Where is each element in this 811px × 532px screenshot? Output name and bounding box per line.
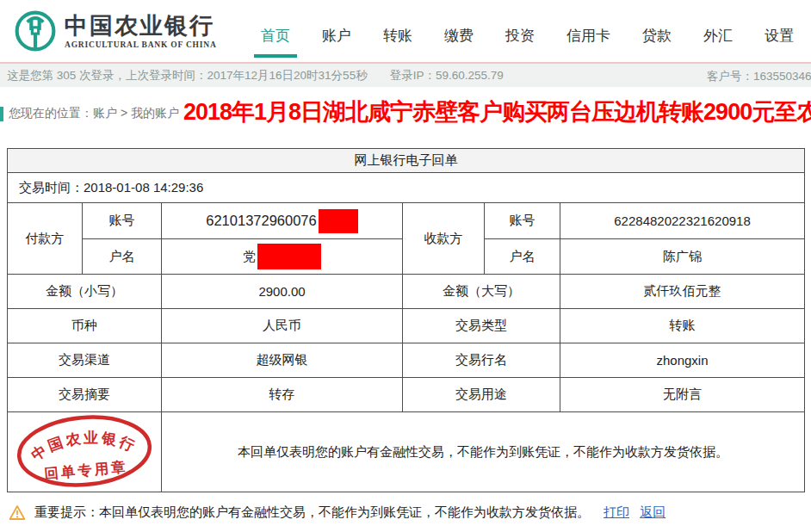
main-nav: 首页 账户 转账 缴费 投资 信用卡 贷款 外汇 设置: [261, 0, 794, 62]
red-annotation-text: 2018年1月8日湖北咸宁赤壁客户购买两台压边机转账2900元至农行账户: [183, 96, 811, 127]
payee-group-label: 收款方: [403, 203, 485, 275]
bank-name-value: zhongxin: [560, 343, 805, 378]
nav-item-payments[interactable]: 缴费: [444, 17, 474, 46]
transaction-time-cell: 交易时间：2018-01-08 14:29:36: [8, 173, 805, 203]
bank-seal-cell: 中国农业银行 回单专用章: [8, 412, 162, 492]
print-link[interactable]: 打印: [604, 504, 629, 519]
purpose-label: 交易用途: [403, 378, 560, 412]
payer-account-cell: 62101372960076: [162, 203, 403, 239]
transaction-time-label: 交易时间：: [19, 180, 84, 195]
channel-label: 交易渠道: [8, 343, 162, 378]
transaction-type-label: 交易类型: [403, 309, 560, 343]
transaction-time-value: 2018-01-08 14:29:36: [84, 180, 203, 195]
back-link[interactable]: 返回: [640, 504, 666, 519]
nav-item-settings[interactable]: 设置: [765, 17, 794, 46]
payer-name-value: 党: [243, 249, 256, 265]
e-receipt-table: 网上银行电子回单 交易时间：2018-01-08 14:29:36 付款方 账号…: [7, 148, 805, 492]
bank-name-label: 交易行名: [403, 343, 560, 378]
channel-value: 超级网银: [162, 343, 403, 378]
nav-item-forex[interactable]: 外汇: [703, 17, 733, 46]
bank-brand: 中国农业银行 AGRICULTURAL BANK OF CHINA: [14, 9, 217, 53]
payer-account-label: 账号: [83, 203, 162, 239]
bank-name-cn: 中国农业银行: [65, 13, 217, 39]
purpose-value: 无附言: [560, 378, 805, 412]
summary-value: 转存: [162, 378, 403, 412]
redaction-block: [257, 244, 321, 269]
payee-account-label: 账号: [485, 203, 560, 239]
payee-name-label: 户名: [485, 239, 560, 275]
nav-item-investment[interactable]: 投资: [505, 17, 535, 46]
footer-links: 打印 返回: [597, 504, 666, 521]
payee-name-value: 陈广锦: [560, 239, 805, 275]
receipt-title: 网上银行电子回单: [8, 149, 805, 173]
login-status-bar: 这是您第 305 次登录，上次登录时间：2017年12月16日20时31分55秒…: [0, 62, 811, 87]
payer-group-label: 付款方: [8, 203, 83, 275]
currency-value: 人民币: [162, 309, 403, 343]
bank-name-en: AGRICULTURAL BANK OF CHINA: [65, 40, 217, 49]
payer-name-label: 户名: [83, 239, 162, 275]
breadcrumb-marker: [0, 107, 3, 121]
warning-icon: [9, 504, 26, 521]
amount-figures-label: 金额（小写）: [8, 275, 162, 309]
payer-account-number: 62101372960076: [206, 213, 316, 229]
login-count-info: 这是您第 305 次登录，上次登录时间：2017年12月16日20时31分55秒: [7, 68, 368, 84]
breadcrumb-row: 您现在的位置：账户 > 我的账户 2018年1月8日湖北咸宁赤壁客户购买两台压边…: [0, 102, 811, 126]
payer-name-cell: 党: [162, 239, 403, 275]
bank-name: 中国农业银行 AGRICULTURAL BANK OF CHINA: [65, 13, 217, 49]
important-notice-text: 重要提示：本回单仅表明您的账户有金融性交易，不能作为到账凭证，不能作为收款方发货…: [34, 504, 590, 521]
nav-item-accounts[interactable]: 账户: [322, 17, 351, 46]
redaction-block: [319, 209, 358, 233]
customer-number: 客户号：1635503462: [707, 64, 811, 87]
transaction-type-value: 转账: [560, 309, 805, 343]
currency-label: 币种: [8, 309, 162, 343]
footer-notice-row: 重要提示：本回单仅表明您的账户有金融性交易，不能作为到账凭证，不能作为收款方发货…: [9, 504, 811, 521]
receipt-disclaimer: 本回单仅表明您的账户有金融性交易，不能作为到账凭证，不能作为收款方发货依据。: [162, 412, 805, 492]
nav-item-home[interactable]: 首页: [261, 17, 290, 46]
nav-item-loans[interactable]: 贷款: [642, 17, 672, 46]
abc-bank-logo-icon: [14, 9, 57, 53]
amount-figures-value: 2900.00: [162, 275, 403, 309]
login-ip: 登录IP：59.60.255.79: [390, 68, 504, 84]
breadcrumb: 您现在的位置：账户 > 我的账户: [9, 106, 179, 121]
nav-item-credit-card[interactable]: 信用卡: [566, 17, 610, 46]
bank-seal-stamp-icon: 中国农业银行 回单专用章: [14, 414, 155, 488]
amount-words-label: 金额（大写）: [403, 275, 560, 309]
nav-item-transfer[interactable]: 转账: [383, 17, 412, 46]
amount-words-value: 贰仟玖佰元整: [560, 275, 805, 309]
header: 中国农业银行 AGRICULTURAL BANK OF CHINA 首页 账户 …: [0, 0, 811, 62]
summary-label: 交易摘要: [8, 378, 162, 412]
payee-account-number: 6228482022321620918: [560, 203, 805, 239]
